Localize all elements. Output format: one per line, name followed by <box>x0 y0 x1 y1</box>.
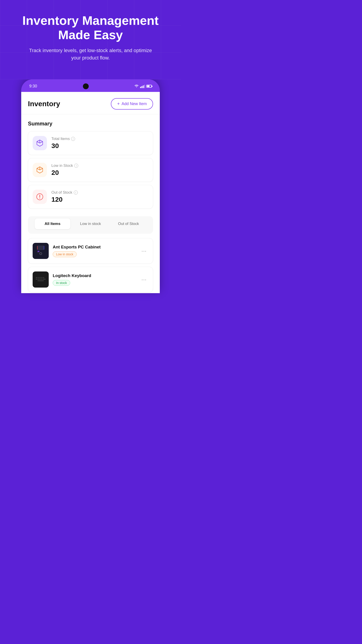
alert-icon <box>36 193 44 201</box>
tab-low-in-stock[interactable]: Low in stock <box>73 218 108 229</box>
tab-all-items[interactable]: All Items <box>35 218 70 229</box>
pc-cabinet-badge: Low in stock <box>53 251 77 257</box>
low-stock-icon-wrap <box>33 163 47 177</box>
hero-title: Inventory Management Made Easy <box>13 14 168 42</box>
summary-section: Summary Total Items i 30 <box>21 114 160 216</box>
svg-rect-20 <box>39 278 41 280</box>
svg-rect-13 <box>36 277 37 278</box>
out-of-stock-value: 120 <box>51 196 78 203</box>
out-of-stock-info: Out of Stock i 120 <box>51 190 78 203</box>
total-items-info-icon: i <box>71 137 75 141</box>
signal-icon <box>140 84 145 88</box>
svg-rect-21 <box>41 278 42 280</box>
list-item: Ant Esports PC Cabinet Low in stock ··· <box>28 238 153 264</box>
svg-rect-5 <box>37 246 44 250</box>
svg-rect-17 <box>43 277 44 278</box>
svg-rect-9 <box>37 252 39 253</box>
plus-icon: + <box>117 101 120 106</box>
summary-title: Summary <box>28 120 153 127</box>
total-items-value: 30 <box>51 142 75 150</box>
total-items-label: Total Items i <box>51 137 75 141</box>
svg-rect-10 <box>37 246 37 250</box>
status-bar: 9:30 <box>21 80 160 92</box>
svg-point-3 <box>39 198 40 198</box>
pc-cabinet-name: Ant Esports PC Cabinet <box>53 245 136 250</box>
app-header: Inventory + Add New Item <box>21 92 160 114</box>
box-warning-icon <box>36 166 44 174</box>
keyboard-name: Logitech Keyboard <box>53 273 136 278</box>
pc-cabinet-svg <box>34 244 47 258</box>
total-items-card: Total Items i 30 <box>28 131 153 155</box>
low-stock-value: 20 <box>51 169 78 176</box>
battery-icon <box>146 85 152 88</box>
low-stock-info-icon: i <box>74 164 78 168</box>
total-items-info: Total Items i 30 <box>51 137 75 150</box>
item-list: Ant Esports PC Cabinet Low in stock ··· <box>21 238 160 292</box>
svg-rect-8 <box>37 251 39 252</box>
app-title: Inventory <box>28 100 60 108</box>
svg-point-7 <box>40 253 41 254</box>
svg-rect-22 <box>43 278 45 280</box>
total-items-icon-wrap <box>33 136 47 150</box>
wifi-icon <box>134 84 139 88</box>
filter-tabs: All Items Low in stock Out of Stock <box>28 216 153 234</box>
svg-rect-16 <box>41 277 42 278</box>
svg-rect-19 <box>37 278 39 280</box>
add-new-item-button[interactable]: + Add New Item <box>111 98 153 110</box>
out-of-stock-label: Out of Stock i <box>51 190 78 195</box>
keyboard-badge: In stock <box>53 280 70 286</box>
tab-out-of-stock[interactable]: Out of Stock <box>111 218 146 229</box>
keyboard-image <box>33 272 49 288</box>
out-of-stock-info-icon: i <box>74 190 78 194</box>
box-icon <box>36 139 44 147</box>
low-stock-label: Low in Stock i <box>51 164 78 168</box>
camera-cutout <box>83 84 89 89</box>
list-item: Logitech Keyboard In stock ··· <box>28 267 153 292</box>
keyboard-svg <box>34 275 47 284</box>
out-of-stock-icon-wrap <box>33 190 47 204</box>
keyboard-info: Logitech Keyboard In stock <box>53 273 136 286</box>
phone-container: 9:30 <box>0 80 181 293</box>
out-of-stock-card: Out of Stock i 120 <box>28 185 153 209</box>
app-content: Inventory + Add New Item Summary <box>21 92 160 293</box>
hero-subtitle: Track inventory levels, get low-stock al… <box>29 47 152 62</box>
svg-rect-23 <box>37 280 44 281</box>
svg-rect-18 <box>36 278 37 280</box>
pc-cabinet-menu-button[interactable]: ··· <box>140 247 148 255</box>
low-stock-info: Low in Stock i 20 <box>51 164 78 176</box>
svg-rect-14 <box>37 277 39 278</box>
phone-mockup: 9:30 <box>21 80 160 293</box>
hero-section: Inventory Management Made Easy Track inv… <box>0 0 181 80</box>
svg-rect-11 <box>44 246 44 250</box>
svg-rect-15 <box>39 277 41 278</box>
svg-point-0 <box>136 87 137 88</box>
status-time: 9:30 <box>29 84 37 88</box>
low-stock-card: Low in Stock i 20 <box>28 158 153 182</box>
pc-cabinet-info: Ant Esports PC Cabinet Low in stock <box>53 245 136 257</box>
status-icons <box>134 84 152 88</box>
pc-cabinet-image <box>33 243 49 259</box>
add-button-label: Add New Item <box>122 102 147 106</box>
keyboard-menu-button[interactable]: ··· <box>140 276 148 284</box>
